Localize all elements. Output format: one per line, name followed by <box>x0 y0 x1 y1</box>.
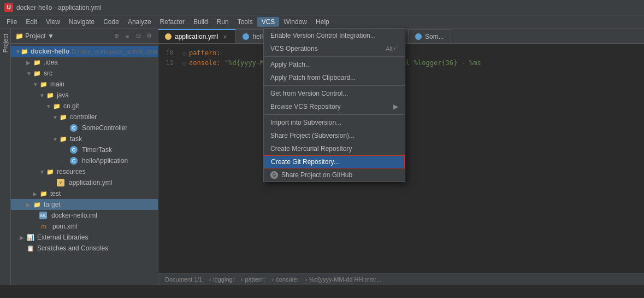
tree-item-java[interactable]: ▼ 📁 java <box>11 90 158 101</box>
project-panel-title: 📁 Project ▼ <box>15 32 112 40</box>
status-sep4: › <box>305 276 307 283</box>
java-file-icon: C <box>70 146 78 154</box>
tree-label: controller <box>70 113 97 121</box>
menu-edit[interactable]: Edit <box>21 17 42 27</box>
vcs-menu-item-label: VCS Operations <box>270 45 318 52</box>
tree-label: application.yml <box>69 179 112 186</box>
java-folder-icon: 📁 <box>46 91 55 100</box>
tree-label: docker-hello <box>31 48 69 55</box>
project-panel: 📁 Project ▼ ⊕ ≡ ⊟ ⚙ ▼ 📁 docker-hello D:\… <box>11 28 158 285</box>
xml-icon: m <box>39 222 48 231</box>
tree-label: TimerTask <box>82 146 112 154</box>
tab-some[interactable]: Som... <box>409 29 451 43</box>
title-bar: U docker-hello - application.yml <box>0 0 644 15</box>
tree-item-src[interactable]: ▼ 📁 src <box>11 68 158 79</box>
menu-vcs[interactable]: VCS <box>257 17 280 27</box>
header-icon-menu[interactable]: ≡ <box>123 32 132 40</box>
submenu-arrow: ▶ <box>393 103 398 110</box>
tree-label: cn.git <box>63 102 79 110</box>
header-icons: ⊕ ≡ ⊟ ⚙ <box>112 32 153 40</box>
folder-icon: 📁 <box>21 47 28 56</box>
app-icon: U <box>4 3 13 12</box>
project-tree: ▼ 📁 docker-hello D:\idea_workspace_activ… <box>11 44 158 285</box>
vcs-menu-create-git[interactable]: Create Git Repository... <box>264 155 405 168</box>
menu-build[interactable]: Build <box>189 17 212 27</box>
tree-item-external-libs[interactable]: ▶ 📊 External Libraries <box>11 232 158 243</box>
tree-arrow: ▼ <box>39 169 46 175</box>
menu-analyze[interactable]: Analyze <box>123 17 156 27</box>
menu-window[interactable]: Window <box>279 17 311 27</box>
status-logging: logging: <box>213 276 234 283</box>
menu-tools[interactable]: Tools <box>233 17 257 27</box>
tree-label: main <box>50 80 64 88</box>
header-icon-settings[interactable]: ⚙ <box>145 32 153 40</box>
tree-item-hello-app[interactable]: C helloApplication <box>11 155 158 166</box>
left-sidebar-tab: Project <box>0 28 11 285</box>
menu-view[interactable]: View <box>42 17 64 27</box>
tree-item-idea[interactable]: ▶ 📁 .idea <box>11 57 158 68</box>
tree-arrow: ▶ <box>26 60 33 66</box>
menu-file[interactable]: File <box>2 17 21 27</box>
code-key: console: <box>189 59 224 67</box>
tree-item-main[interactable]: ▼ 📁 main <box>11 79 158 90</box>
vcs-menu-item-label: Apply Patch from Clipboard... <box>270 74 356 81</box>
tree-item-scratches[interactable]: 📋 Scratches and Consoles <box>11 243 158 254</box>
tree-label: task <box>70 135 82 143</box>
header-icon-plus[interactable]: ⊕ <box>112 32 121 40</box>
vcs-menu-share-subversion[interactable]: Share Project (Subversion)... <box>264 129 405 142</box>
vcs-menu-browse-vcs[interactable]: Browse VCS Repository ▶ <box>264 100 405 113</box>
yaml-icon: Y <box>57 179 64 186</box>
tree-arrow: ▶ <box>26 202 33 208</box>
tree-item-controller[interactable]: ▼ 📁 controller <box>11 112 158 122</box>
menu-refactor[interactable]: Refactor <box>156 17 189 27</box>
vcs-separator-2 <box>264 85 405 86</box>
tree-item-target[interactable]: ▶ 📁 target <box>11 199 158 210</box>
vcs-menu-import-subversion[interactable]: Import into Subversion... <box>264 116 405 129</box>
tree-label: test <box>50 190 61 197</box>
header-icon-collapse[interactable]: ⊟ <box>134 32 143 40</box>
iml-icon: IML <box>39 212 47 219</box>
menu-help[interactable]: Help <box>311 17 334 27</box>
menu-navigate[interactable]: Navigate <box>64 17 99 27</box>
menu-run[interactable]: Run <box>212 17 233 27</box>
folder-icon: 📁 <box>52 102 61 110</box>
tree-label: pom.xml <box>52 223 77 230</box>
tree-item-docker-hello[interactable]: ▼ 📁 docker-hello D:\idea_workspace_activ… <box>11 46 158 57</box>
vcs-menu-item-label: Apply Patch... <box>270 61 311 68</box>
tab-application-yml[interactable]: application.yml ✕ <box>158 29 236 43</box>
folder-icon: 📁 <box>59 113 68 121</box>
tree-label: resources <box>57 168 86 176</box>
tree-arrow: ▼ <box>52 136 59 142</box>
tree-item-timer-task[interactable]: C TimerTask <box>11 144 158 155</box>
java-tab-icon <box>243 33 249 40</box>
vcs-menu-enable-vcs[interactable]: Enable Version Control Integration... <box>264 29 405 42</box>
vcs-menu-item-label: Enable Version Control Integration... <box>270 32 376 39</box>
tree-label: src <box>44 69 52 77</box>
vcs-menu-apply-patch-clipboard[interactable]: Apply Patch from Clipboard... <box>264 71 405 84</box>
vcs-menu-apply-patch[interactable]: Apply Patch... <box>264 58 405 71</box>
tree-path: D:\idea_workspace_activiti_change\docker… <box>72 48 158 55</box>
tree-item-application-yml[interactable]: Y application.yml <box>11 177 158 188</box>
line-marker: ◇ <box>180 50 189 56</box>
vcs-menu-create-mercurial[interactable]: Create Mercurial Repository <box>264 142 405 155</box>
vcs-separator-3 <box>264 114 405 115</box>
line-number: 10 <box>158 49 180 57</box>
tab-close-btn[interactable]: ✕ <box>221 33 229 40</box>
tree-item-cn-git[interactable]: ▼ 📁 cn.git <box>11 101 158 112</box>
tree-item-resources[interactable]: ▼ 📁 resources <box>11 166 158 177</box>
vcs-menu-get-from-vcs[interactable]: Get from Version Control... <box>264 87 405 100</box>
tree-item-some-controller[interactable]: C SomeController <box>11 122 158 133</box>
vcs-menu-share-github[interactable]: G Share Project on GitHub <box>264 168 405 182</box>
line-marker: ◇ <box>180 60 189 66</box>
menu-code[interactable]: Code <box>99 17 123 27</box>
tree-item-task[interactable]: ▼ 📁 task <box>11 133 158 144</box>
tree-item-pom[interactable]: m pom.xml <box>11 221 158 232</box>
vcs-menu-operations[interactable]: VCS Operations Alt+` <box>264 42 405 55</box>
tree-item-test[interactable]: ▶ 📁 test <box>11 188 158 199</box>
project-tab-vertical[interactable]: Project <box>1 31 10 56</box>
vcs-menu-item-label: Share Project on GitHub <box>281 171 352 179</box>
vcs-menu-item-label: Browse VCS Repository <box>270 103 341 110</box>
tree-arrow: ▼ <box>26 71 33 77</box>
status-sep2: › <box>241 276 243 283</box>
tree-item-iml[interactable]: IML docker-hello.iml <box>11 210 158 221</box>
